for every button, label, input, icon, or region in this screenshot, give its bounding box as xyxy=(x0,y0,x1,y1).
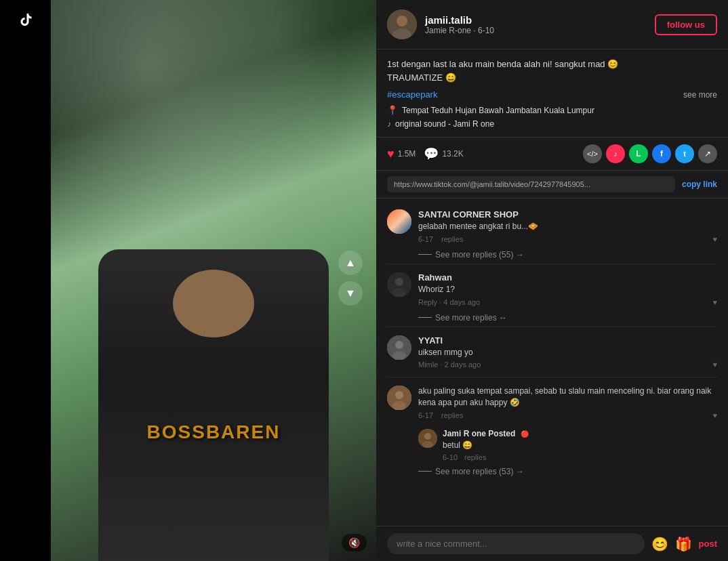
sub-time: 6-10 xyxy=(443,453,458,461)
tiktok-share-icon: ♪ xyxy=(613,150,618,158)
username[interactable]: jamii.talib xyxy=(425,14,647,26)
comment-meta: 6-17 replies ♥ xyxy=(418,235,717,243)
location-row: 📍 Tempat Teduh Hujan Bawah Jambatan Kual… xyxy=(387,105,717,115)
comment-text: aku paling suka tempat sampai, sebab tu … xyxy=(418,386,717,409)
caption-area: 1st dengan last la aku main benda alah n… xyxy=(376,49,728,138)
comment-time: Reply · 4 days ago xyxy=(418,298,480,306)
copy-link-button[interactable]: copy link xyxy=(682,180,717,189)
comment-text: gelabah mentee angkat ri bu...🧇 xyxy=(418,221,717,232)
line-share-button[interactable]: L xyxy=(629,144,648,163)
location-text[interactable]: Tempat Teduh Hujan Bawah Jambatan Kuala … xyxy=(402,106,594,115)
comment-likes: ♥ xyxy=(712,360,717,369)
location-icon: 📍 xyxy=(387,105,398,115)
comment-action[interactable]: 💬 13.2K xyxy=(424,146,463,161)
person-figure: BOSSBAREN xyxy=(98,249,329,561)
comment-text: uiksen mmg yo xyxy=(418,347,717,358)
comment-likes: ♥ xyxy=(712,235,717,243)
sub-meta: 6-10 replies xyxy=(443,453,717,461)
svg-point-15 xyxy=(424,433,431,440)
posted-badge: 🔴 xyxy=(521,430,529,438)
comment-icon: 💬 xyxy=(424,146,439,161)
avatar xyxy=(387,209,411,234)
hashtag[interactable]: #escapepark xyxy=(387,89,437,100)
reply-button[interactable]: replies xyxy=(441,411,463,419)
comment-body: Rahwan Whoriz 1? Reply · 4 days ago ♥ xyxy=(418,272,717,306)
see-more-replies-button[interactable]: See more replies (55) → xyxy=(376,249,728,261)
tiktok-share-button[interactable]: ♪ xyxy=(606,144,625,163)
post-button[interactable]: post xyxy=(699,539,717,549)
comment-time: 6-17 xyxy=(418,235,433,243)
svg-point-6 xyxy=(395,278,403,286)
see-more-button[interactable]: see more xyxy=(683,90,717,100)
hashtag-row: #escapepark see more xyxy=(387,89,717,100)
caption-line2: TRAUMATIZE 😄 xyxy=(387,72,456,83)
emoji-button[interactable]: 😊 xyxy=(651,536,668,552)
code-icon: </> xyxy=(587,150,598,158)
sound-text[interactable]: original sound - Jami R one xyxy=(395,119,494,129)
svg-point-12 xyxy=(395,391,403,399)
avatar xyxy=(387,335,411,360)
twitter-icon: t xyxy=(683,150,686,158)
sub-username: Jami R one Posted 🔴 xyxy=(443,429,717,438)
more-share-button[interactable]: ↗ xyxy=(698,144,717,163)
divider xyxy=(387,264,717,264)
comment-item: aku paling suka tempat sampai, sebab tu … xyxy=(376,380,728,425)
person-head xyxy=(173,270,254,337)
twitter-share-button[interactable]: t xyxy=(675,144,694,163)
mute-icon: 🔇 xyxy=(348,537,360,548)
line-icon: L xyxy=(636,149,641,159)
comment-input-row: 😊 🎁 post xyxy=(376,526,728,561)
nav-up-button[interactable]: ▲ xyxy=(338,251,363,275)
comment-item: YYATI uiksen mmg yo Mimle · 2 days ago ♥ xyxy=(376,330,728,375)
actions-bar: ♥ 1.5M 💬 13.2K </> ♪ L f t ↗ xyxy=(376,138,728,171)
shirt-text: BOSSBAREN xyxy=(147,421,281,443)
share-icons: </> ♪ L f t ↗ xyxy=(583,144,717,163)
embed-share-button[interactable]: </> xyxy=(583,144,602,163)
sub-comment: Jami R one Posted 🔴 betul 😄 6-10 replies xyxy=(376,425,728,465)
comment-username: YYATI xyxy=(418,335,717,346)
comment-body: YYATI uiksen mmg yo Mimle · 2 days ago ♥ xyxy=(418,335,717,369)
link-display: https://www.tiktok.com/@jamii.talib/vide… xyxy=(387,176,675,192)
comment-body: SANTAI CORNER SHOP gelabah mentee angkat… xyxy=(418,209,717,243)
reply-button[interactable]: replies xyxy=(441,235,463,243)
comment-time: 6-17 xyxy=(418,411,433,419)
follow-button[interactable]: follow us xyxy=(655,14,717,35)
svg-point-16 xyxy=(422,441,433,448)
nav-down-button[interactable]: ▼ xyxy=(338,281,363,306)
facebook-share-button[interactable]: f xyxy=(652,144,671,163)
comment-time: Mimle · 2 days ago xyxy=(418,360,481,369)
svg-point-4 xyxy=(387,209,411,234)
music-icon: ♪ xyxy=(387,119,391,129)
user-subtitle: Jamie R-one · 6-10 xyxy=(425,26,647,35)
like-count: 1.5M xyxy=(398,149,416,159)
comment-meta: 6-17 replies ♥ xyxy=(418,411,717,419)
caption-line1: 1st dengan last la aku main benda alah n… xyxy=(387,59,618,69)
comment-input[interactable] xyxy=(387,533,645,554)
video-section: 🔍 ⚑ report BOSSBAREN ▲ ▼ 🔇 xyxy=(51,0,376,561)
comment-meta: Reply · 4 days ago ♥ xyxy=(418,298,717,306)
like-action[interactable]: ♥ 1.5M xyxy=(387,147,416,161)
comment-meta: Mimle · 2 days ago ♥ xyxy=(418,360,717,369)
comment-count: 13.2K xyxy=(442,149,463,159)
tiktok-logo[interactable] xyxy=(15,8,37,30)
left-panel xyxy=(0,0,51,561)
volume-control[interactable]: 🔇 xyxy=(342,534,367,552)
facebook-icon: f xyxy=(660,149,663,159)
sticker-button[interactable]: 🎁 xyxy=(675,536,692,552)
avatar xyxy=(387,272,411,297)
divider xyxy=(387,327,717,327)
sub-reply-button[interactable]: replies xyxy=(464,453,486,461)
comments-section: SANTAI CORNER SHOP gelabah mentee angkat… xyxy=(376,199,728,526)
comment-item: Rahwan Whoriz 1? Reply · 4 days ago ♥ xyxy=(376,267,728,312)
comment-likes: ♥ xyxy=(712,411,717,419)
avatar[interactable] xyxy=(387,9,417,39)
video-content: BOSSBAREN xyxy=(51,0,376,561)
see-more-replies-button[interactable]: See more replies ↔ xyxy=(376,312,728,324)
comment-username: SANTAI CORNER SHOP xyxy=(418,209,717,220)
sub-text: betul 😄 xyxy=(443,440,717,451)
heart-icon: ♥ xyxy=(387,147,395,161)
sub-avatar xyxy=(418,429,437,448)
see-more-all-replies-button[interactable]: See more replies (53) → xyxy=(376,465,728,478)
sound-row: ♪ original sound - Jami R one xyxy=(387,119,717,129)
right-panel: jamii.talib Jamie R-one · 6-10 follow us… xyxy=(376,0,728,561)
